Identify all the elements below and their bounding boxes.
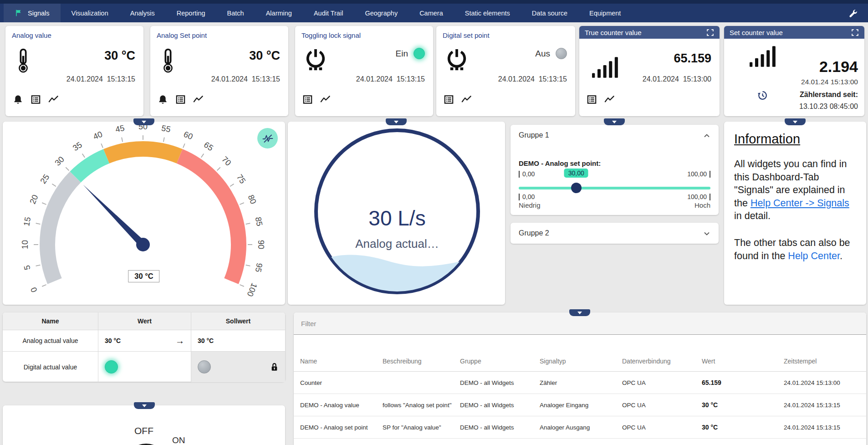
collapse-tab-gauge[interactable] [133,118,154,125]
digital-value-indicator-on [105,360,118,373]
signal-col-name[interactable]: Name [294,358,376,371]
signal-table-row[interactable]: Virtual output SetpointSP 10°C TestDEMO … [294,439,866,445]
list-icon[interactable] [31,94,41,105]
signal-table-row[interactable]: DEMO - Analog valuefollows "Analog set p… [294,394,866,416]
timestamp: 24.01.2024 15:13:15 [498,75,567,83]
live-signal-toggle-button[interactable] [257,128,278,148]
nav-tab-geography[interactable]: Geography [354,4,408,22]
nav-tabs: SignalsVisualizationAnalysisReportingBat… [4,4,632,22]
signal-cell-gruppe: DEMO - all Widgets [454,402,533,409]
signal-cell-gruppe: DEMO - all Widgets [454,379,533,386]
digital-setpoint-indicator-off[interactable] [198,360,211,373]
signal-table-row[interactable]: DEMO - Analog set pointSP for "Analog va… [294,416,866,439]
tank-value: 30 L/s [368,206,425,230]
tank-signal-label: Analog actual… [355,237,439,251]
slider-max: 100,00 [687,170,710,178]
signal-col-wert[interactable]: Wert [695,358,777,371]
slider-range-names: Niedrig Hoch [519,201,710,209]
history-icon[interactable] [757,90,768,101]
collapse-tab-signal-table[interactable] [569,309,590,316]
signal-col-signaltyp[interactable]: Signaltyp [533,358,616,371]
widget-actions [158,94,204,105]
settings-wrench-button[interactable] [842,4,864,22]
waveform-off-icon [262,133,273,144]
list-icon[interactable] [302,94,313,105]
counter-value: 2.194 [819,58,858,76]
nav-tab-analysis[interactable]: Analysis [119,4,166,22]
trend-icon[interactable] [461,94,472,105]
list-icon[interactable] [444,94,454,105]
nav-tab-audit-trail[interactable]: Audit Trail [303,4,354,22]
table-row[interactable]: Digital actual value [3,352,285,382]
signal-cell-datenverbindung: OPC UA [616,379,695,386]
digital-state: Aus [535,48,567,59]
state-indicator-on[interactable] [414,48,425,59]
signal-table-header: NameBeschreibungGruppeSignaltypDatenverb… [294,335,866,372]
alarm-bell-icon[interactable] [158,94,168,105]
timestamp: 24.01.2024 15:13:15 [211,75,280,83]
collapse-tab-switch[interactable] [134,402,155,409]
svg-text:75: 75 [235,173,248,185]
signal-table-body: CounterDEMO - all WidgetsZählerOPC UA65.… [294,372,866,445]
nav-tab-batch[interactable]: Batch [216,4,255,22]
nav-tab-label: Analysis [130,10,155,17]
nav-tab-signals[interactable]: Signals [4,4,61,22]
alarm-bell-icon[interactable] [13,94,23,105]
widget-actions [302,94,331,105]
nav-tab-static-elements[interactable]: Static elements [454,4,521,22]
widget-information: Information All widgets you can find in … [724,122,866,305]
help-center-signals-link[interactable]: Help Center -> Signals [751,198,849,209]
info-paragraph-1: All widgets you can find in this Dashboa… [734,158,856,223]
chevron-down-icon [142,121,146,123]
widget-title: Set counter value [730,29,851,36]
widget-rotary-switch: OFF ON [3,405,285,445]
trend-icon[interactable] [604,94,615,105]
svg-text:70: 70 [220,155,233,168]
counter-header: True counter value [579,26,720,39]
trend-icon[interactable] [320,94,331,105]
slider-signal-label: DEMO - Analog set point: [519,159,601,167]
signal-cell-zeitstempel: 24.01.2024 15:13:00 [777,379,866,386]
signal-col-beschreibung[interactable]: Beschreibung [376,358,454,371]
set-value: 30 °C [198,337,214,344]
widget-digital-set-point: Digital set point Aus 24.01.2024 15:13:1… [436,26,575,116]
nav-tab-data-source[interactable]: Data source [521,4,578,22]
collapse-tab-tank[interactable] [386,118,407,125]
table-row[interactable]: Analog actual value 30 °C→ 30 °C [3,330,285,352]
info-paragraph-2: The other tabs can also be found in the … [734,236,856,262]
nav-tab-visualization[interactable]: Visualization [61,4,119,22]
help-center-link[interactable]: Help Center [788,251,840,261]
slider-thumb[interactable] [571,183,582,193]
chevron-down-icon [612,121,617,123]
nav-tab-equipment[interactable]: Equipment [578,4,632,22]
trend-icon[interactable] [193,94,204,105]
chevron-down-icon[interactable] [702,229,711,238]
list-icon[interactable] [587,94,597,105]
nav-tab-reporting[interactable]: Reporting [166,4,216,22]
signal-col-gruppe[interactable]: Gruppe [454,358,533,371]
state-indicator-off[interactable] [556,48,567,59]
slider-track[interactable] [519,187,710,189]
slider-value-pill: 30,00 [564,169,588,178]
nav-tab-label: Audit Trail [314,10,343,17]
gauge-value-box: 30 °C [128,270,159,282]
signal-table-row[interactable]: CounterDEMO - all WidgetsZählerOPC UA65.… [294,372,866,394]
svg-text:60: 60 [182,129,194,141]
signal-cell-signaltyp: Analoger Eingang [533,402,616,409]
svg-text:15: 15 [22,216,33,227]
expand-icon[interactable] [851,29,859,36]
group-2-panel[interactable]: Gruppe 2 [511,223,719,244]
chevron-up-icon[interactable] [702,131,711,140]
group-1-panel: Gruppe 1 DEMO - Analog set point: 0,00 3… [511,125,719,215]
collapse-tab-info[interactable] [785,118,806,125]
nav-tab-alarming[interactable]: Alarming [255,4,303,22]
trend-icon[interactable] [48,94,59,105]
signal-col-zeitstempel[interactable]: Zeitstempel [777,358,866,371]
signal-col-datenverbindung[interactable]: Datenverbindung [616,358,695,371]
list-icon[interactable] [175,94,186,105]
slider-min-sub: 0,00 [519,193,535,200]
nav-tab-camera[interactable]: Camera [408,4,454,22]
expand-icon[interactable] [706,29,714,36]
counter-value: 65.159 [674,51,711,66]
collapse-tab-groups[interactable] [604,118,625,125]
